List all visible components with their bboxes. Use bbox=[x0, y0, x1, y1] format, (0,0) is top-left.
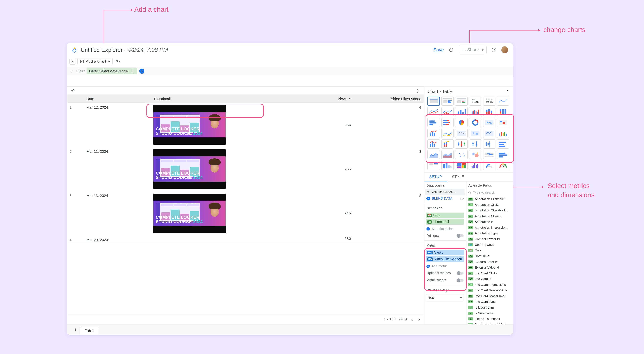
chart-type-option[interactable] bbox=[469, 150, 482, 159]
field-item[interactable]: 123Annotation Impressio… bbox=[466, 225, 513, 230]
field-item[interactable]: 123Annotation Clickable I… bbox=[466, 196, 513, 202]
chart-type-option[interactable] bbox=[428, 129, 440, 138]
chart-type-option[interactable] bbox=[497, 150, 509, 159]
chart-type-option[interactable] bbox=[469, 140, 482, 149]
chart-type-option[interactable] bbox=[469, 118, 482, 127]
field-item[interactable]: 123Info Card Teaser Clicks bbox=[466, 287, 513, 293]
field-item[interactable]: 123Playlist Videos Added bbox=[466, 322, 513, 324]
chart-type-option[interactable] bbox=[483, 150, 496, 159]
pager-prev[interactable]: ‹ bbox=[410, 316, 414, 322]
field-item[interactable]: ABCAnnotation Id bbox=[466, 219, 513, 225]
refresh-button[interactable] bbox=[448, 47, 455, 53]
field-item[interactable]: ✓Is Subscribed bbox=[466, 310, 513, 316]
field-item[interactable]: 123Annotation Closable I… bbox=[466, 208, 513, 213]
field-item[interactable]: 123Info Card Teaser Impr… bbox=[466, 293, 513, 299]
undo-button[interactable]: ↶ bbox=[71, 88, 75, 94]
chart-type-option[interactable] bbox=[469, 161, 482, 170]
cursor-tool[interactable] bbox=[70, 58, 76, 65]
col-date[interactable]: Date bbox=[84, 95, 151, 103]
chart-type-option[interactable] bbox=[497, 140, 509, 149]
table-row[interactable]: 2. Mar 11, 2024 COMPLETE LOOKERSTUDIO CO… bbox=[67, 147, 424, 191]
chart-type-option[interactable] bbox=[442, 97, 454, 106]
chart-type-option[interactable] bbox=[455, 107, 468, 116]
field-item[interactable]: ABCAnnotation Type bbox=[466, 230, 513, 236]
optional-metrics-toggle[interactable]: Optional metrics bbox=[424, 269, 466, 277]
field-item[interactable]: 123Info Card Impressions bbox=[466, 282, 513, 287]
table-row[interactable]: 1. Mar 12, 2024 COMPLETE LOOKERSTUDIO CO… bbox=[67, 103, 424, 147]
chart-type-option[interactable] bbox=[497, 118, 509, 127]
chart-type-option[interactable] bbox=[428, 161, 440, 170]
chart-type-option[interactable] bbox=[455, 97, 468, 106]
chart-type-option[interactable] bbox=[483, 161, 496, 170]
metric-sliders-toggle[interactable]: Metric sliders bbox=[424, 277, 466, 284]
tab-setup[interactable]: SETUP bbox=[424, 173, 447, 181]
collapse-icon[interactable]: ⌃ bbox=[506, 90, 509, 94]
save-button[interactable]: Save bbox=[433, 47, 444, 53]
info-icon[interactable]: ? bbox=[460, 197, 464, 200]
chart-type-option[interactable] bbox=[497, 129, 509, 138]
chart-type-option[interactable] bbox=[483, 140, 496, 149]
field-item[interactable]: 123Annotation Closes bbox=[466, 213, 513, 219]
date-range-chip[interactable]: Date: Select date range ⋮ bbox=[87, 68, 137, 74]
field-item[interactable]: ABCExternal Video Id bbox=[466, 265, 513, 270]
col-likes[interactable]: Video Likes Added bbox=[353, 95, 424, 103]
chart-type-option[interactable]: Sessions69.3K bbox=[483, 97, 496, 106]
chart-type-option[interactable] bbox=[455, 118, 468, 127]
field-item[interactable]: 🖼Linked Thumbnail bbox=[466, 316, 513, 322]
field-item[interactable]: ABCExternal User Id bbox=[466, 259, 513, 265]
add-tab-button[interactable]: + bbox=[72, 326, 79, 333]
blend-data-button[interactable]: + BLEND DATA ? bbox=[424, 195, 466, 202]
chart-type-option[interactable] bbox=[497, 107, 509, 116]
chart-type-option[interactable] bbox=[483, 118, 496, 127]
tab-style[interactable]: STYLE bbox=[447, 173, 469, 181]
chart-type-option[interactable] bbox=[469, 107, 482, 116]
chart-type-option[interactable] bbox=[455, 140, 468, 149]
chart-type-option[interactable] bbox=[455, 150, 468, 159]
field-item[interactable]: 📅Date bbox=[466, 248, 513, 253]
chart-type-option[interactable] bbox=[428, 118, 440, 127]
field-item[interactable]: ABCDate Time bbox=[466, 253, 513, 259]
chart-type-option[interactable]: Total1,168 bbox=[469, 97, 482, 106]
chart-type-option[interactable] bbox=[442, 118, 454, 127]
chart-type-option[interactable] bbox=[497, 161, 509, 170]
metric-likes[interactable]: SUMVideo Likes Added bbox=[426, 256, 464, 262]
avatar[interactable] bbox=[501, 46, 508, 53]
table-row[interactable]: 3. Mar 13, 2024 COMPLETE LOOKERSTUDIO CO… bbox=[67, 191, 424, 235]
table-chart[interactable]: ↶ ⋮ Date Thumbnail Views▼ Video Likes Ad… bbox=[67, 87, 424, 324]
chart-type-option[interactable] bbox=[442, 150, 454, 159]
share-button[interactable]: Share ▾ bbox=[459, 45, 486, 54]
rows-per-page-select[interactable]: 100▾ bbox=[426, 294, 464, 301]
chart-type-option[interactable] bbox=[483, 107, 496, 116]
dimension-date[interactable]: 📅Date bbox=[426, 212, 464, 218]
help-button[interactable] bbox=[490, 47, 497, 53]
add-dimension-button[interactable]: +Add dimension bbox=[424, 226, 466, 232]
field-item[interactable]: 123Annotation Clicks bbox=[466, 202, 513, 208]
data-source-chip[interactable]: ✎ YouTube Anal… bbox=[425, 189, 465, 195]
field-item[interactable]: ABCContent Owner Id bbox=[466, 236, 513, 242]
chart-type-option[interactable] bbox=[428, 107, 440, 116]
tab-1[interactable]: Tab 1 bbox=[80, 327, 99, 334]
chart-type-option[interactable] bbox=[483, 129, 496, 138]
chart-menu-button[interactable]: ⋮ bbox=[413, 88, 422, 94]
add-control-button[interactable]: ▾ bbox=[114, 58, 120, 65]
dimension-thumbnail[interactable]: 🖼Thumbnail bbox=[426, 219, 464, 225]
chart-type-option[interactable] bbox=[455, 129, 468, 138]
chart-type-option[interactable] bbox=[497, 97, 509, 106]
chart-type-option[interactable] bbox=[442, 140, 454, 149]
add-filter-button[interactable]: + bbox=[139, 69, 144, 74]
breadcrumb-chart[interactable]: Chart bbox=[428, 89, 438, 94]
field-item[interactable]: 🌐Country Code bbox=[466, 242, 513, 248]
field-item[interactable]: ABCInfo Card Id bbox=[466, 276, 513, 282]
field-search[interactable]: Type to search bbox=[466, 189, 513, 196]
chart-type-option[interactable] bbox=[442, 161, 454, 170]
col-thumbnail[interactable]: Thumbnail bbox=[151, 95, 296, 103]
col-views[interactable]: Views▼ bbox=[296, 95, 353, 103]
table-row[interactable]: 4. Mar 20, 2024 230 bbox=[67, 235, 424, 242]
chart-type-option[interactable] bbox=[455, 161, 468, 170]
chart-type-option[interactable] bbox=[469, 129, 482, 138]
pager-next[interactable]: › bbox=[417, 316, 421, 322]
chart-type-option[interactable] bbox=[442, 107, 454, 116]
field-item[interactable]: ✓Is Livestream bbox=[466, 305, 513, 310]
chip-menu-icon[interactable]: ⋮ bbox=[131, 69, 135, 73]
field-item[interactable]: ABCInfo Card Type bbox=[466, 299, 513, 305]
